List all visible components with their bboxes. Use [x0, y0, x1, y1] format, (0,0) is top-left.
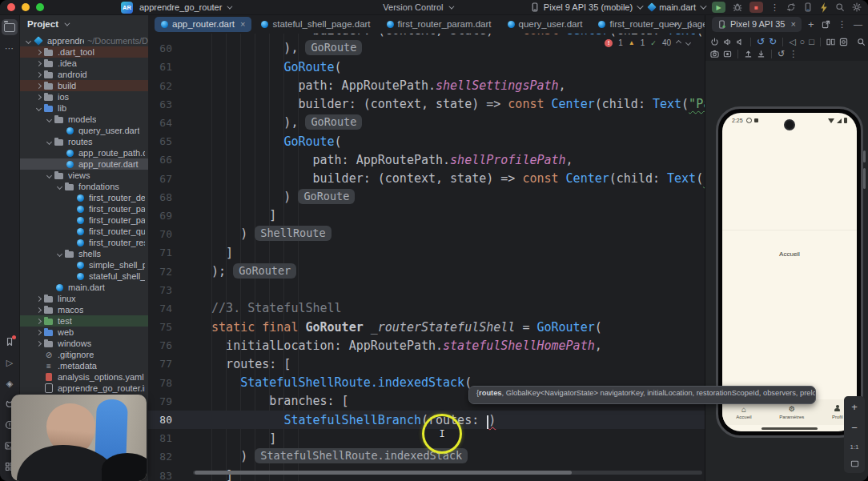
tree-chevron-icon[interactable]	[55, 126, 64, 135]
line-number[interactable]: 67	[148, 173, 172, 185]
dart-analysis-tool-button[interactable]: ◈	[2, 375, 18, 391]
tree-chevron-icon[interactable]	[66, 194, 74, 202]
line-number[interactable]: 72	[148, 266, 172, 278]
volume-down-button[interactable]	[736, 38, 745, 46]
line-number[interactable]: 60	[148, 42, 172, 54]
tree-row[interactable]: analysis_options.yaml	[19, 371, 148, 383]
tree-chevron-icon[interactable]	[66, 261, 74, 270]
tree-row[interactable]: .idea	[19, 58, 148, 69]
line-number[interactable]: 68	[148, 191, 172, 203]
tree-chevron-icon[interactable]	[34, 373, 43, 382]
line-number[interactable]: 61	[148, 61, 172, 73]
tree-chevron-icon[interactable]	[34, 306, 43, 315]
tree-chevron-icon[interactable]	[34, 317, 43, 326]
rotate-right-button[interactable]: ↻	[769, 37, 777, 46]
screen-record-button[interactable]	[723, 50, 732, 58]
tree-row[interactable]: .gitignore	[19, 349, 148, 360]
line-number[interactable]: 82	[148, 451, 172, 463]
tree-row[interactable]: main.dart	[19, 282, 148, 293]
line-number[interactable]: 62	[148, 80, 172, 92]
zoom-out-button[interactable]: −	[851, 422, 858, 434]
device-selector[interactable]: Pixel 9 API 35 (mobile)	[530, 2, 641, 12]
tree-row[interactable]: models	[19, 114, 148, 125]
code-line[interactable]: 65 GoRoute(	[148, 132, 705, 150]
tree-chevron-icon[interactable]	[45, 115, 54, 124]
tree-chevron-icon[interactable]	[24, 37, 33, 46]
line-number[interactable]: 70	[148, 228, 172, 240]
line-number[interactable]: 75	[148, 321, 172, 333]
minimize-window-button[interactable]	[22, 3, 30, 11]
tree-row[interactable]: first_router_result_page.da	[19, 237, 148, 248]
line-number[interactable]: 83	[148, 470, 172, 481]
prev-issue-button[interactable]	[676, 40, 681, 46]
code-line[interactable]: 62 path: AppRoutePath.shellSettingsPath,	[148, 77, 705, 95]
tree-chevron-icon[interactable]	[34, 339, 43, 348]
tree-chevron-icon[interactable]	[55, 182, 64, 191]
tree-row[interactable]: stateful_shell_page.dart	[19, 271, 148, 282]
volume-up-button[interactable]	[723, 38, 732, 46]
code-line[interactable]: 77 routes: [	[148, 355, 705, 373]
tree-chevron-icon[interactable]	[45, 171, 54, 180]
code-line[interactable]: 70 ) ShellRoute	[148, 225, 705, 243]
tree-chevron-icon[interactable]	[34, 104, 43, 113]
gesture-bar[interactable]	[762, 427, 818, 430]
sync-button[interactable]	[786, 2, 796, 12]
fold-device-button[interactable]	[826, 38, 835, 46]
code-line[interactable]: 74 //3. StatefulShell	[148, 299, 705, 318]
project-tool-button[interactable]	[2, 19, 18, 35]
close-icon[interactable]: ×	[240, 19, 245, 29]
code-line[interactable]: 66 path: AppRoutePath.shellProfilePath,	[148, 150, 705, 169]
tree-row[interactable]: apprendre_go_router.iml	[19, 383, 148, 394]
vcs-menu[interactable]: Version Control	[383, 2, 452, 12]
run-button[interactable]: ▶	[712, 2, 725, 13]
line-number[interactable]: 77	[148, 358, 172, 370]
tree-row[interactable]: first_router_query_page.da	[19, 226, 148, 237]
close-icon[interactable]: ×	[791, 19, 796, 29]
tree-chevron-icon[interactable]	[55, 250, 64, 259]
android-back-button[interactable]: ◁	[789, 38, 795, 46]
tab-options-menu[interactable]: ⋮	[686, 20, 695, 29]
tree-row[interactable]: .metadata	[19, 360, 148, 371]
snapshot-button[interactable]	[839, 38, 848, 46]
more-tool-windows-button[interactable]: ⋯	[2, 40, 18, 56]
settings-button[interactable]	[852, 2, 862, 12]
power-button[interactable]	[710, 38, 719, 46]
rotate-left-button[interactable]: ↺	[757, 37, 765, 46]
tree-row[interactable]: build	[19, 80, 148, 91]
code-line[interactable]: 69 ]	[148, 206, 705, 225]
tree-chevron-icon[interactable]	[45, 283, 54, 292]
code-line[interactable]: 68 ) GoRoute	[148, 188, 705, 206]
mirror-search-button[interactable]	[857, 38, 866, 46]
tree-chevron-icon[interactable]	[66, 216, 74, 225]
run-configuration-selector[interactable]: main.dart	[649, 2, 705, 12]
tree-row[interactable]: routes	[19, 136, 148, 147]
phone-screen[interactable]: 2:25 Accueil	[722, 113, 857, 431]
line-number[interactable]: 74	[148, 303, 172, 315]
editor-tab[interactable]: app_router.dart ×	[155, 17, 251, 32]
tree-row[interactable]: apprendre_go_router ~/Documents/D	[19, 35, 148, 46]
line-number[interactable]: 78	[148, 377, 172, 389]
code-line[interactable]: 76 initialLocation: AppRoutePath.statefu…	[148, 336, 705, 355]
tree-chevron-icon[interactable]	[45, 138, 54, 146]
tree-chevron-icon[interactable]	[34, 384, 43, 393]
tree-chevron-icon[interactable]	[34, 328, 43, 337]
line-number[interactable]: 80	[148, 414, 172, 426]
tree-row[interactable]: app_route_path.dart	[19, 147, 148, 158]
android-home-button[interactable]: ○	[800, 38, 806, 46]
push-file-button[interactable]	[744, 50, 753, 58]
tree-row[interactable]: lib	[19, 102, 148, 114]
editor-tab[interactable]: stateful_shell_page.dart ×	[255, 17, 376, 32]
tree-chevron-icon[interactable]	[66, 227, 74, 236]
phone-nav-item[interactable]: Profil	[832, 406, 843, 419]
tree-chevron-icon[interactable]	[34, 48, 43, 57]
close-window-button[interactable]	[7, 3, 15, 11]
tree-chevron-icon[interactable]	[34, 59, 43, 68]
project-selector[interactable]: apprendre_go_router	[139, 2, 231, 12]
hot-reload-button[interactable]	[820, 2, 828, 13]
tree-row[interactable]: first_router_detail.dart	[19, 192, 148, 203]
line-number[interactable]: 71	[148, 247, 172, 259]
line-number[interactable]: 65	[148, 135, 172, 147]
tree-chevron-icon[interactable]	[34, 70, 43, 79]
panel-options-menu[interactable]: ⋮	[838, 20, 846, 29]
code-line[interactable]: 73	[148, 281, 705, 299]
